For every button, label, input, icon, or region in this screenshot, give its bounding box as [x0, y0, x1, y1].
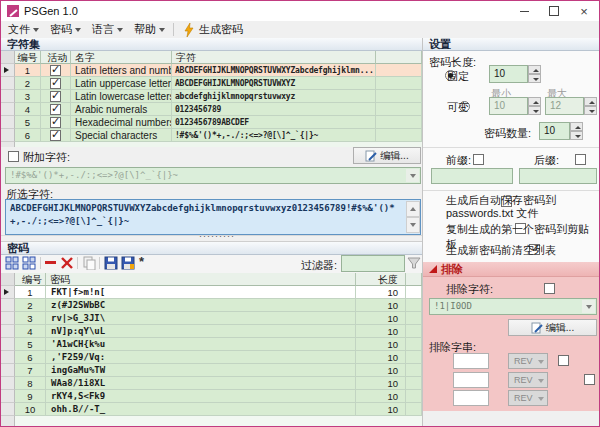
- col-header-length[interactable]: 长度: [356, 273, 406, 286]
- passwords-section-title: 密码: [7, 242, 29, 254]
- chevron-down-icon[interactable]: [582, 300, 595, 313]
- edit-additional-button[interactable]: 编辑...: [353, 147, 421, 164]
- scroll-down-button[interactable]: [406, 217, 420, 233]
- col-header-num[interactable]: 编号: [15, 273, 46, 286]
- spin-up-icon[interactable]: [528, 97, 541, 106]
- menu-file[interactable]: 文件: [4, 22, 43, 38]
- chevron-down-icon[interactable]: [406, 169, 419, 182]
- window-title: PSGen 1.0: [24, 5, 78, 17]
- exclude-string-checkbox[interactable]: [558, 355, 569, 366]
- rev-combo[interactable]: REV: [508, 353, 548, 369]
- charset-section-title: 字符集: [7, 38, 40, 50]
- mask-char-icon[interactable]: *: [139, 254, 144, 269]
- password-row[interactable]: 5 'A1wCH{k%u 10: [1, 338, 422, 351]
- active-checkbox[interactable]: [50, 130, 61, 141]
- lightning-icon: [183, 23, 195, 37]
- charset-row[interactable]: 3 Latin lowercase letters abcdefghijklmn…: [1, 90, 422, 103]
- spin-up-icon[interactable]: [570, 122, 583, 131]
- additional-chars-input[interactable]: !#$%&'()*+,-./:;<=>?@[\]^_`{|}~: [5, 167, 421, 184]
- exclude-string-input[interactable]: [453, 353, 489, 369]
- close-button[interactable]: ×: [569, 1, 599, 21]
- filter-label: 过滤器:: [301, 258, 337, 273]
- max-length-spinner[interactable]: 12: [545, 97, 597, 115]
- prefix-input[interactable]: [431, 168, 513, 184]
- edit-exclude-button[interactable]: 编辑...: [508, 319, 597, 336]
- spin-down-icon[interactable]: [570, 131, 583, 140]
- password-row[interactable]: 7 ingGaMu%TW 10: [1, 364, 422, 377]
- selected-chars-box[interactable]: ABCDEFGHIJKLMNOPQRSTUVWXYZabcdefghijklmn…: [5, 199, 421, 235]
- menu-password[interactable]: 密码: [46, 22, 85, 38]
- password-row[interactable]: 4 nV]p:qY\uL 10: [1, 325, 422, 338]
- select-all-icon[interactable]: [5, 256, 19, 270]
- menu-language[interactable]: 语言: [88, 22, 127, 38]
- exclude-chars-combo[interactable]: !1|I0OD: [429, 298, 597, 315]
- clear-filter-icon[interactable]: [407, 256, 421, 270]
- password-row[interactable]: 2 z(#J2SWbBC 10: [1, 299, 422, 312]
- splitter-handle[interactable]: ·········: [1, 235, 422, 242]
- deselect-all-icon[interactable]: [22, 256, 36, 270]
- spin-up-icon[interactable]: [528, 65, 541, 74]
- password-count-spinner[interactable]: 10: [539, 122, 583, 140]
- scroll-up-button[interactable]: [406, 201, 420, 217]
- prefix-checkbox[interactable]: [473, 154, 484, 165]
- remove-password-icon[interactable]: [45, 261, 56, 264]
- rev-combo[interactable]: REV: [508, 390, 548, 406]
- password-row[interactable]: 3 rv|>G_3JI\ 10: [1, 312, 422, 325]
- menu-bar: 文件 密码 语言 帮助 生成密码: [1, 21, 599, 39]
- col-header-name[interactable]: 名字: [71, 51, 172, 64]
- menu-help[interactable]: 帮助: [130, 22, 169, 38]
- suffix-input[interactable]: [519, 168, 597, 184]
- exclude-string-input[interactable]: [453, 372, 489, 388]
- splitter-grip-icon: ·········: [199, 231, 235, 241]
- spin-down-icon[interactable]: [528, 106, 541, 115]
- charset-row[interactable]: 5 Hexadecimal numbers 0123456789ABCDEF: [1, 116, 422, 129]
- exclude-string-checkbox[interactable]: [584, 374, 595, 385]
- col-header-chars[interactable]: 字符: [172, 51, 376, 64]
- active-checkbox[interactable]: [50, 78, 61, 89]
- col-header-num[interactable]: 编号: [15, 51, 41, 64]
- additional-chars-checkbox[interactable]: [8, 151, 19, 162]
- charset-section-header: 字符集: [1, 38, 422, 51]
- password-length-label: 密码长度:: [429, 55, 476, 70]
- copy-icon[interactable]: [82, 256, 96, 270]
- min-length-spinner[interactable]: 10: [489, 97, 541, 115]
- password-row[interactable]: 9 rKY4,S<Fk9 10: [1, 390, 422, 403]
- maximize-button[interactable]: [539, 1, 569, 21]
- active-checkbox[interactable]: [50, 104, 61, 115]
- charset-row[interactable]: 6 Special characters !#$%&'()*+,-./:;<=>…: [1, 129, 422, 142]
- save-as-icon[interactable]: [121, 256, 135, 270]
- minimize-button[interactable]: [509, 1, 539, 21]
- password-row[interactable]: 10 ohh.B//-T_ 10: [1, 403, 422, 416]
- charset-row[interactable]: 2 Latin uppercase letters ABCDEFGHIJKLMN…: [1, 77, 422, 90]
- exclude-section-header[interactable]: 排除: [423, 262, 599, 277]
- password-row[interactable]: 6 ,'F259/Vq: 10: [1, 351, 422, 364]
- active-checkbox[interactable]: [50, 117, 61, 128]
- spin-down-icon[interactable]: [584, 106, 597, 115]
- fixed-length-spinner[interactable]: 10: [489, 65, 541, 83]
- generate-password-button[interactable]: 生成密码: [178, 22, 248, 38]
- spin-up-icon[interactable]: [584, 97, 597, 106]
- save-icon[interactable]: [104, 256, 118, 270]
- col-header-active[interactable]: 活动: [41, 51, 71, 64]
- exclude-string-input[interactable]: [453, 390, 489, 406]
- exclude-section-title: 排除: [441, 262, 463, 277]
- autosave-label: 生成后自动保存密码到 passwords.txt 文件: [446, 194, 596, 220]
- spin-down-icon[interactable]: [528, 74, 541, 83]
- passwords-table-header: 编号 密码 长度: [1, 273, 422, 286]
- rev-combo[interactable]: REV: [508, 372, 548, 388]
- filter-input[interactable]: [341, 255, 405, 272]
- charset-row[interactable]: 4 Arabic numerals 0123456789: [1, 103, 422, 116]
- charset-row[interactable]: 1 Latin letters and numbers ABCDEFGHIJKL…: [1, 64, 422, 77]
- exclude-chars-checkbox[interactable]: [544, 283, 555, 294]
- delete-all-icon[interactable]: [60, 256, 74, 270]
- edit-icon: [365, 150, 377, 162]
- suffix-checkbox[interactable]: [575, 154, 586, 165]
- col-header-password[interactable]: 密码: [46, 273, 356, 286]
- password-row[interactable]: 8 WAa8/1i8XL 10: [1, 377, 422, 390]
- additional-chars-label: 附加字符:: [23, 150, 70, 165]
- close-icon: ×: [580, 5, 588, 18]
- password-row[interactable]: 1 FKT|f>m!n[ 10: [1, 286, 422, 299]
- active-checkbox[interactable]: [50, 91, 61, 102]
- active-checkbox[interactable]: [50, 65, 61, 76]
- chevron-down-icon: [117, 28, 123, 32]
